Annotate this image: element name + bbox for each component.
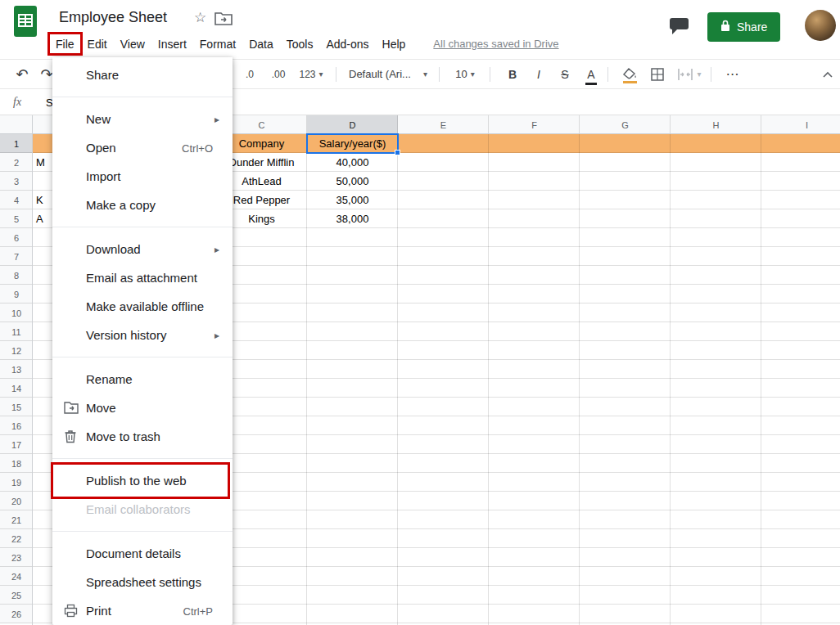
- menu-item-label: Open: [86, 141, 116, 155]
- menu-item-version-history[interactable]: Version history▸: [52, 321, 233, 349]
- column-header-E[interactable]: E: [398, 115, 489, 134]
- row-header-14[interactable]: 14: [0, 379, 33, 398]
- menu-divider: [52, 97, 233, 97]
- row-header-10[interactable]: 10: [0, 304, 33, 322]
- menu-divider: [52, 531, 233, 532]
- menu-item-email-as-attachment[interactable]: Email as attachment: [52, 263, 233, 292]
- fill-handle[interactable]: [395, 150, 400, 155]
- menu-item-label: Version history: [86, 328, 166, 342]
- menu-item-document-details[interactable]: Document details: [52, 539, 233, 568]
- menu-item-spreadsheet-settings[interactable]: Spreadsheet settings: [52, 568, 233, 596]
- column-header-H[interactable]: H: [671, 115, 761, 134]
- print-icon: [64, 604, 79, 618]
- menu-item-label: Move: [86, 401, 116, 415]
- submenu-arrow-icon: ▸: [215, 114, 219, 125]
- column-header-F[interactable]: F: [489, 115, 580, 134]
- menu-divider: [52, 227, 233, 227]
- menu-item-label: Document details: [86, 546, 181, 560]
- row-header-23[interactable]: 23: [0, 548, 33, 567]
- row-header-13[interactable]: 13: [0, 360, 33, 379]
- file-menu-dropdown: ShareNew▸OpenCtrl+OImportMake a copyDown…: [52, 57, 233, 625]
- submenu-arrow-icon: ▸: [215, 330, 219, 341]
- row-header-19[interactable]: 19: [0, 473, 33, 492]
- menu-item-label: Download: [86, 242, 141, 256]
- menu-shortcut: Ctrl+O: [182, 142, 213, 154]
- row-header-18[interactable]: 18: [0, 454, 33, 473]
- row-header-4[interactable]: 4: [0, 191, 33, 209]
- menu-item-label: Spreadsheet settings: [86, 575, 201, 589]
- trash-icon: [64, 429, 79, 444]
- row-header-26[interactable]: 26: [0, 605, 33, 623]
- cell-D3[interactable]: 50,000: [307, 172, 398, 191]
- menu-item-make-available-offline[interactable]: Make available offline: [52, 292, 233, 321]
- menu-item-label: Make a copy: [86, 198, 156, 212]
- menu-item-rename[interactable]: Rename: [52, 365, 233, 393]
- column-header-G[interactable]: G: [580, 115, 671, 134]
- row-header-21[interactable]: 21: [0, 510, 33, 529]
- row-header-20[interactable]: 20: [0, 492, 33, 510]
- menu-item-publish-to-the-web[interactable]: Publish to the web: [52, 466, 233, 495]
- grid-vline: [488, 115, 489, 625]
- row-header-24[interactable]: 24: [0, 567, 33, 586]
- row-header-1[interactable]: 1: [0, 134, 33, 153]
- menu-divider: [52, 357, 233, 357]
- menu-shortcut: Ctrl+P: [183, 605, 213, 617]
- submenu-arrow-icon: ▸: [215, 244, 219, 255]
- row-header-12[interactable]: 12: [0, 341, 33, 360]
- cell-D1[interactable]: Salary/year($): [307, 134, 398, 153]
- menu-item-new[interactable]: New▸: [52, 105, 233, 133]
- row-header-11[interactable]: 11: [0, 322, 33, 341]
- menu-item-label: Move to trash: [86, 429, 160, 443]
- menu-item-label: Share: [86, 68, 119, 82]
- menu-item-share[interactable]: Share: [52, 61, 233, 89]
- menu-item-open[interactable]: OpenCtrl+O: [52, 133, 233, 162]
- menu-item-label: Print: [86, 604, 111, 618]
- cell-D2[interactable]: 40,000: [307, 153, 398, 172]
- menu-item-label: Rename: [86, 372, 133, 386]
- menu-item-print[interactable]: PrintCtrl+P: [52, 596, 233, 625]
- cell-D5[interactable]: 38,000: [307, 209, 398, 228]
- menu-item-make-a-copy[interactable]: Make a copy: [52, 191, 233, 219]
- row-header-6[interactable]: 6: [0, 228, 33, 247]
- row-header-15[interactable]: 15: [0, 398, 33, 416]
- row-header-7[interactable]: 7: [0, 247, 33, 266]
- move-folder-icon: [64, 401, 79, 416]
- menu-item-label: Email as attachment: [86, 271, 197, 285]
- menu-item-import[interactable]: Import: [52, 162, 233, 191]
- row-header-22[interactable]: 22: [0, 529, 33, 548]
- menu-item-label: Import: [86, 169, 121, 183]
- row-header-9[interactable]: 9: [0, 285, 33, 304]
- row-header-8[interactable]: 8: [0, 266, 33, 285]
- row-header-2[interactable]: 2: [0, 153, 33, 172]
- menu-item-label: Email collaborators: [86, 502, 191, 516]
- cell-D4[interactable]: 35,000: [307, 191, 398, 209]
- google-sheets-app: Employee Sheet ☆ Share FileEditViewIn: [0, 0, 840, 625]
- grid-vline: [670, 115, 671, 625]
- grid-corner[interactable]: [0, 115, 33, 134]
- row-header-17[interactable]: 17: [0, 435, 33, 454]
- row-header-16[interactable]: 16: [0, 416, 33, 435]
- menu-item-label: Make available offline: [86, 299, 204, 313]
- menu-item-move[interactable]: Move: [52, 393, 233, 422]
- menu-item-label: Publish to the web: [86, 474, 187, 488]
- row-header-25[interactable]: 25: [0, 586, 33, 605]
- grid-vline: [579, 115, 580, 625]
- grid-vline: [761, 115, 761, 625]
- menu-item-label: New: [86, 112, 111, 126]
- menu-item-move-to-trash[interactable]: Move to trash: [52, 422, 233, 451]
- menu-item-email-collaborators: Email collaborators: [52, 495, 233, 524]
- row-header-5[interactable]: 5: [0, 209, 33, 228]
- column-header-I[interactable]: I: [761, 115, 840, 134]
- column-header-D[interactable]: D: [307, 115, 398, 134]
- menu-divider: [52, 458, 233, 459]
- menu-item-download[interactable]: Download▸: [52, 235, 233, 263]
- row-header-3[interactable]: 3: [0, 172, 33, 191]
